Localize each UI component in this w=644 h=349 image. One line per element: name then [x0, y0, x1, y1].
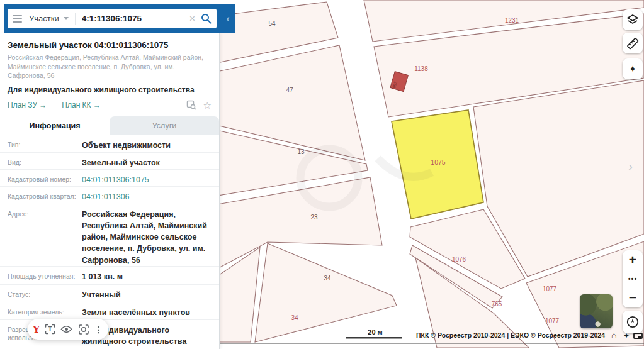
four-point-star-icon: ✦ [629, 64, 637, 75]
field-row-cadastral-block: Кадастровый квартал: 04:01:011306 [0, 186, 219, 204]
search-box[interactable]: Участки × [8, 9, 217, 28]
search-category-dropdown[interactable]: Участки [29, 14, 59, 23]
search-bar: Участки × ‹ [4, 4, 235, 33]
parcel-label-1076: 1076 [452, 256, 466, 263]
field-label: Вид: [8, 157, 82, 169]
satellite-preview-thumbnail[interactable] [580, 294, 613, 328]
locate-button[interactable] [623, 311, 643, 333]
parcel-label-765: 765 [492, 301, 502, 307]
field-label: Адрес: [8, 209, 82, 266]
search-input[interactable] [82, 14, 187, 23]
field-row-cadastral-number: Кадастровый номер: 04:01:011306:1075 [0, 169, 219, 186]
expand-panel-icon[interactable]: › [628, 158, 633, 174]
browser-overlay-toolbar: Y T ⋮ [28, 319, 108, 340]
field-row-status: Статус: Учтенный [0, 284, 219, 302]
layers-icon [626, 14, 639, 26]
favorite-star-icon[interactable]: ☆ [203, 101, 212, 110]
parcel-label-1077b: 1077 [545, 318, 560, 324]
plan-kk-link[interactable]: План КК → [62, 101, 101, 109]
parcel-label-23: 23 [310, 214, 318, 221]
parcel-label-1075: 1075 [431, 158, 446, 166]
parcel-title: Земельный участок 04:01:011306:1075 [8, 40, 212, 50]
field-label: Статус: [8, 289, 82, 302]
field-label: Площадь уточненная: [8, 271, 82, 284]
collapse-panel-icon[interactable]: ‹ [226, 13, 230, 25]
eye-icon[interactable] [60, 325, 72, 333]
parcel-label-47: 47 [286, 87, 293, 94]
home-icon[interactable]: ⌂ [611, 330, 616, 340]
cadastral-number-link[interactable]: 04:01:011306:1075 [82, 174, 212, 186]
zoom-in-button[interactable]: + [623, 250, 643, 269]
zoom-out-button[interactable]: − [623, 288, 643, 307]
field-label: Кадастровый номер: [8, 174, 82, 186]
field-label: Категория земель: [8, 307, 82, 319]
menu-icon[interactable] [13, 15, 22, 23]
parcel-label-1138: 1138 [414, 65, 428, 72]
screen-icon[interactable] [633, 333, 643, 340]
field-value: Земельный участок [82, 157, 212, 169]
zoom-controls: + ••• − [623, 250, 643, 307]
parcel-label-34a: 34 [324, 275, 331, 282]
search-icon[interactable] [201, 13, 212, 24]
measure-button[interactable] [623, 33, 643, 53]
field-row-kind: Вид: Земельный участок [0, 152, 219, 169]
field-value: Объект недвижимости [82, 140, 212, 152]
parcel-label-1231: 1231 [505, 17, 519, 24]
field-label: Кадастровый квартал: [8, 191, 82, 204]
parcel-label-1077a: 1077 [543, 285, 557, 292]
parcel-info-panel: Земельный участок 04:01:011306:1075 Росс… [0, 33, 220, 349]
field-row-address: Адрес: Российская Федерация, Республика … [0, 204, 219, 266]
layers-button[interactable] [623, 9, 643, 30]
yandex-logo-icon[interactable]: Y [33, 324, 40, 335]
field-label: Тип: [8, 140, 82, 152]
field-value: 1 013 кв. м [82, 271, 212, 284]
cadastral-block-link[interactable]: 04:01:011306 [82, 191, 212, 204]
map-attribution: ПКК © Росреестр 2010-2024 | ЕЭКО © Росре… [416, 331, 605, 339]
parcel-label-13: 13 [297, 148, 305, 155]
tab-information[interactable]: Информация [0, 116, 110, 135]
search-area-icon[interactable] [186, 100, 196, 110]
translate-icon[interactable]: T [45, 324, 55, 335]
compass-location-icon [626, 315, 640, 329]
parcel-label-54: 54 [268, 20, 276, 27]
scale-label: 20 м [368, 328, 382, 336]
field-rows: Тип: Объект недвижимости Вид: Земельный … [0, 135, 219, 349]
field-row-land-category: Категория земель: Земли населённых пункт… [0, 302, 219, 319]
parcel-address-subtitle: Российская Федерация, Республика Алтай, … [8, 53, 212, 80]
panel-tabs: Информация Услуги [0, 116, 219, 135]
chevron-down-icon[interactable] [64, 17, 69, 20]
field-row-type: Тип: Объект недвижимости [0, 135, 219, 152]
field-value: Учтенный [82, 289, 212, 302]
objects-button[interactable]: ✦ [623, 58, 643, 79]
parcel-34[interactable] [255, 243, 397, 342]
field-value: Земли населённых пунктов [82, 307, 212, 319]
ruler-icon [626, 37, 639, 50]
scale-bar: 20 м [346, 328, 402, 339]
divider [75, 13, 76, 25]
zoom-more-button[interactable]: ••• [623, 269, 643, 288]
svg-text:T: T [48, 326, 52, 333]
field-row-area: Площадь уточненная: 1 013 кв. м [0, 266, 219, 284]
parcel-usage: Для индивидуального жилищного строительс… [8, 86, 212, 94]
plan-zu-link[interactable]: План ЗУ → [8, 101, 47, 109]
field-value: Российская Федерация, Республика Алтай, … [82, 209, 212, 266]
tab-services[interactable]: Услуги [110, 116, 219, 135]
clear-search-icon[interactable]: × [189, 14, 195, 24]
more-options-icon[interactable]: ⋮ [94, 324, 103, 335]
screenshot-icon[interactable] [78, 324, 89, 335]
parcel-label-34b: 34 [291, 314, 298, 321]
